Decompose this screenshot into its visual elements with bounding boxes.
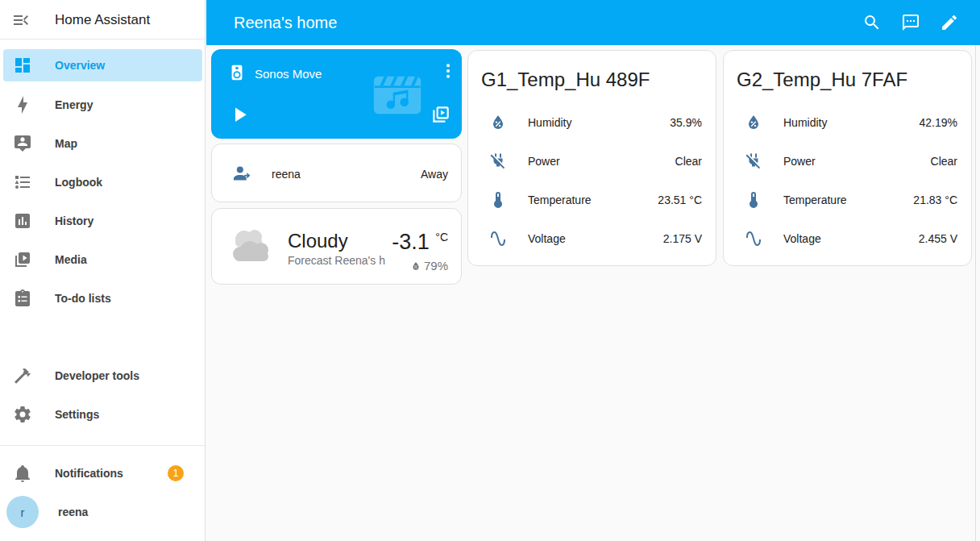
tooltip-account-icon: [13, 134, 32, 153]
water-percent-icon: [410, 260, 421, 272]
sidebar-item-logbook[interactable]: Logbook: [3, 166, 202, 198]
movie-music-icon: [369, 67, 426, 120]
speaker-icon: [228, 64, 246, 81]
sensor-card-g2: G2_Temp_Hu 7FAF Humidity 42.19% Power Cl…: [723, 50, 972, 266]
entity-row-voltage[interactable]: Voltage 2.175 V: [468, 219, 716, 258]
sidebar-item-profile[interactable]: r reena: [3, 496, 202, 528]
weather-forecast-label: Forecast Reena's h…: [288, 254, 386, 267]
weather-card[interactable]: Cloudy Forecast Reena's h… -3.1 °C 79%: [211, 208, 462, 285]
power-plug-off-icon: [744, 152, 763, 171]
sidebar-item-developer-tools[interactable]: Developer tools: [3, 360, 202, 392]
sidebar-item-overview[interactable]: Overview: [3, 49, 202, 81]
edit-pencil-icon[interactable]: [940, 13, 959, 32]
view-dashboard-icon: [13, 56, 32, 75]
person-card[interactable]: reena Away: [211, 144, 462, 202]
assist-chat-icon[interactable]: [901, 13, 920, 32]
person-name: reena: [272, 168, 301, 181]
weather-humidity: 79%: [410, 259, 448, 273]
media-player-card[interactable]: Sonos Move: [211, 49, 462, 139]
sidebar-item-energy[interactable]: Energy: [3, 89, 202, 121]
sidebar: Home Assistant Overview Energy Map Logbo…: [0, 0, 206, 541]
water-percent-icon: [744, 113, 763, 132]
thermometer-icon: [488, 190, 508, 210]
dashboard-view: Sonos Move: [206, 45, 980, 541]
page-title: Reena's home: [234, 0, 337, 45]
search-icon[interactable]: [862, 13, 882, 32]
sidebar-item-todo-lists[interactable]: To-do lists: [3, 282, 202, 314]
sidebar-item-history[interactable]: History: [3, 205, 202, 237]
water-percent-icon: [488, 113, 508, 132]
bell-icon: [13, 464, 32, 483]
chart-box-icon: [13, 211, 32, 231]
card-title: G1_Temp_Hu 489F: [481, 69, 650, 91]
play-box-multiple-icon: [13, 250, 32, 269]
scrollbar-track[interactable]: [975, 45, 976, 541]
cloudy-icon: [225, 220, 278, 272]
entity-row-humidity[interactable]: Humidity 35.9%: [468, 103, 716, 142]
sine-wave-icon: [488, 229, 508, 248]
sidebar-item-settings[interactable]: Settings: [3, 398, 202, 431]
entity-row-temperature[interactable]: Temperature 21.83 °C: [724, 181, 971, 219]
entity-row-temperature[interactable]: Temperature 23.51 °C: [468, 181, 716, 219]
entity-row-power[interactable]: Power Clear: [468, 142, 716, 181]
account-arrow-right-icon: [231, 164, 252, 185]
sidebar-item-media[interactable]: Media: [3, 243, 202, 276]
clipboard-list-icon: [13, 289, 32, 308]
entity-row-power[interactable]: Power Clear: [724, 142, 971, 181]
sidebar-item-map[interactable]: Map: [3, 127, 202, 160]
app-header: Reena's home: [206, 0, 980, 45]
entity-row-humidity[interactable]: Humidity 42.19%: [724, 103, 971, 142]
lightning-bolt-icon: [13, 95, 32, 114]
bulleted-list-icon: [13, 173, 32, 192]
avatar: r: [6, 496, 39, 528]
dots-vertical-icon[interactable]: [438, 61, 458, 81]
play-icon[interactable]: [227, 102, 251, 127]
weather-temperature: -3.1 °C: [392, 230, 448, 255]
notification-badge: 1: [168, 465, 184, 481]
media-entity-name: Sonos Move: [255, 67, 322, 81]
sensor-card-g1: G1_Temp_Hu 489F Humidity 35.9% Power Cle…: [467, 50, 716, 266]
sidebar-header: Home Assistant: [0, 0, 205, 40]
app-title: Home Assistant: [55, 0, 150, 40]
thermometer-icon: [744, 190, 763, 210]
cog-icon: [13, 405, 32, 424]
entity-row-voltage[interactable]: Voltage 2.455 V: [724, 219, 971, 258]
power-plug-off-icon: [488, 152, 508, 171]
menu-open-icon[interactable]: [11, 10, 31, 30]
sidebar-divider: [0, 445, 205, 446]
sine-wave-icon: [744, 229, 763, 248]
hammer-icon: [13, 366, 32, 385]
weather-condition: Cloudy: [288, 230, 348, 252]
card-title: G2_Temp_Hu 7FAF: [737, 69, 907, 91]
sidebar-item-notifications[interactable]: Notifications 1: [3, 457, 202, 489]
person-state: Away: [421, 168, 448, 181]
browse-media-icon[interactable]: [430, 104, 451, 125]
